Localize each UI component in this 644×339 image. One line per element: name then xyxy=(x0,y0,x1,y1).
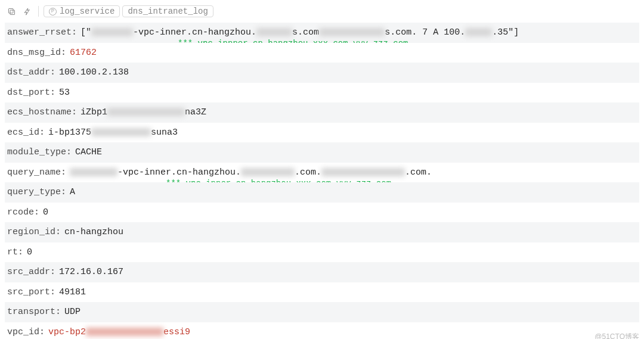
field-row-rcode: rcode 0 xyxy=(5,203,639,223)
field-value: 0 xyxy=(27,245,32,260)
toolbar-divider xyxy=(38,6,39,17)
field-key: src_addr xyxy=(7,265,59,280)
field-key: module_type xyxy=(7,145,75,160)
field-row-module-type: module_type CACHE xyxy=(5,142,639,163)
field-row-query-name: query_name -vpc-inner.cn-hangzhou..com..… xyxy=(5,163,639,183)
field-row-dns-msg-id: dns_msg_id 61762 xyxy=(5,43,639,63)
field-key: region_id xyxy=(7,225,64,240)
field-value: UDP xyxy=(64,304,80,320)
log-fields: answer_rrset ["-vpc-inner.cn-hangzhou.s.… xyxy=(5,23,639,339)
field-row-ecs-hostname: ecs_hostname iZbp1na3Z xyxy=(5,102,639,123)
field-key: rcode xyxy=(7,205,43,220)
field-key: query_name xyxy=(7,165,70,181)
field-row-src-port: src_port 49181 xyxy=(5,282,639,303)
field-value: iZbp1na3Z xyxy=(80,105,206,120)
service-badge-icon: P xyxy=(49,8,57,15)
service-tag[interactable]: P log_service xyxy=(44,5,120,17)
field-key: transport xyxy=(7,304,64,320)
field-key: ecs_id xyxy=(7,125,48,141)
svg-rect-1 xyxy=(8,8,13,13)
field-row-region-id: region_id cn-hangzhou xyxy=(5,222,639,242)
field-value: A xyxy=(70,185,75,200)
field-row-query-type: query_type A xyxy=(5,182,639,203)
logstore-tag-label: dns_intranet_log xyxy=(128,7,208,16)
field-key: dst_port xyxy=(7,85,59,101)
field-key: dns_msg_id xyxy=(7,45,70,61)
field-key: vpc_id xyxy=(7,325,48,340)
field-value: i-bp1375suna3 xyxy=(48,125,178,141)
field-key: answer_rrset xyxy=(7,25,80,41)
field-key: dst_addr xyxy=(7,65,59,80)
logstore-tag[interactable]: dns_intranet_log xyxy=(122,5,213,17)
field-row-dst-port: dst_port 53 xyxy=(5,83,639,103)
field-key: ecs_hostname xyxy=(7,105,80,120)
field-row-src-addr: src_addr 172.16.0.167 xyxy=(5,262,639,282)
field-row-dst-addr: dst_addr 100.100.2.138 xyxy=(5,63,639,83)
svg-rect-0 xyxy=(10,10,15,15)
watermark: @51CTO博客 xyxy=(595,332,639,339)
toolbar: P log_service dns_intranet_log xyxy=(5,4,639,19)
field-value: 53 xyxy=(59,85,70,101)
field-row-vpc-id: vpc_id vpc-bp2essi9 xyxy=(5,322,639,340)
field-value: cn-hangzhou xyxy=(64,225,123,240)
field-value: CACHE xyxy=(75,145,102,160)
field-key: src_port xyxy=(7,285,59,300)
field-value: 61762 xyxy=(70,45,97,61)
field-row-rt: rt 0 xyxy=(5,242,639,263)
service-tag-label: log_service xyxy=(60,7,114,16)
field-key: rt xyxy=(7,245,27,260)
field-key: query_type xyxy=(7,185,70,200)
field-value: 172.16.0.167 xyxy=(59,265,123,280)
field-row-answer-rrset: answer_rrset ["-vpc-inner.cn-hangzhou.s.… xyxy=(5,23,639,43)
field-row-transport: transport UDP xyxy=(5,302,639,322)
field-value: vpc-bp2essi9 xyxy=(48,325,190,340)
tool-icon[interactable] xyxy=(20,5,33,18)
field-value: 100.100.2.138 xyxy=(59,65,129,80)
field-value: 49181 xyxy=(59,285,86,300)
field-row-ecs-id: ecs_id i-bp1375suna3 xyxy=(5,123,639,143)
copy-icon[interactable] xyxy=(5,5,18,18)
field-value: 0 xyxy=(43,205,48,220)
